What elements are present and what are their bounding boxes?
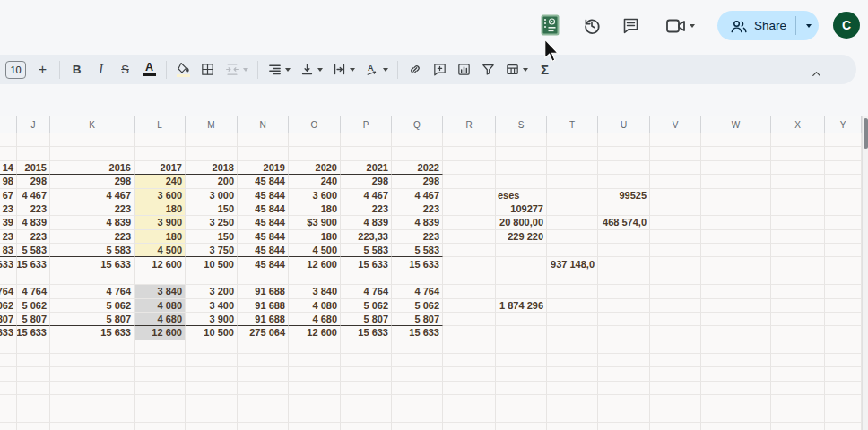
cell[interactable]: 5 807 xyxy=(341,313,392,326)
cell[interactable] xyxy=(547,175,598,188)
cell[interactable]: 223 xyxy=(50,202,135,216)
functions-button[interactable]: Σ xyxy=(537,58,552,82)
cell[interactable] xyxy=(771,313,825,326)
cell[interactable]: 180 xyxy=(135,202,186,216)
cell[interactable]: 5 807 xyxy=(392,313,443,326)
cell[interactable]: 23 xyxy=(0,230,17,244)
cell[interactable] xyxy=(701,257,771,271)
cell[interactable]: 2016 xyxy=(50,161,135,175)
cell[interactable] xyxy=(701,382,771,395)
cell[interactable] xyxy=(771,161,825,175)
cell[interactable] xyxy=(598,299,650,313)
cell[interactable] xyxy=(598,382,650,395)
cell[interactable] xyxy=(443,313,496,326)
cell[interactable]: 12 600 xyxy=(135,257,186,271)
cell[interactable] xyxy=(238,340,289,354)
cell[interactable] xyxy=(17,271,50,285)
text-color-button[interactable]: A xyxy=(142,58,157,82)
cell[interactable] xyxy=(135,409,186,423)
cell[interactable] xyxy=(547,409,598,423)
cell[interactable] xyxy=(186,340,238,354)
cell[interactable] xyxy=(598,161,650,175)
cell[interactable] xyxy=(825,395,862,408)
cell[interactable] xyxy=(825,147,862,160)
insert-comment-button[interactable] xyxy=(432,58,447,82)
cell[interactable] xyxy=(598,340,650,354)
cell[interactable] xyxy=(135,367,186,381)
cell[interactable] xyxy=(496,326,547,340)
cell[interactable]: 5 583 xyxy=(17,244,50,257)
cell[interactable]: 2021 xyxy=(341,161,392,175)
cell[interactable] xyxy=(0,382,17,395)
cell[interactable] xyxy=(50,271,135,285)
cell[interactable]: 4 839 xyxy=(17,216,50,229)
column-header[interactable]: V xyxy=(650,116,701,133)
cell[interactable] xyxy=(598,133,650,147)
cell[interactable] xyxy=(547,313,598,326)
cell[interactable]: 180 xyxy=(289,230,341,244)
cell[interactable] xyxy=(701,161,771,175)
column-header[interactable]: R xyxy=(443,116,496,133)
cell[interactable] xyxy=(650,257,701,271)
cell[interactable]: 15 633 xyxy=(50,326,135,340)
cell[interactable] xyxy=(443,133,496,147)
cell[interactable] xyxy=(17,395,50,408)
cell[interactable] xyxy=(289,133,341,147)
cell[interactable]: 4 839 xyxy=(341,216,392,229)
cell[interactable] xyxy=(771,354,825,367)
cell[interactable] xyxy=(0,367,17,381)
cell[interactable] xyxy=(238,395,289,408)
cell[interactable] xyxy=(771,175,825,188)
cell[interactable] xyxy=(701,147,771,160)
cell[interactable] xyxy=(825,133,862,147)
cell[interactable]: 3 000 xyxy=(186,189,238,202)
cell[interactable] xyxy=(392,367,443,381)
cell[interactable]: 240 xyxy=(289,175,341,188)
cell[interactable] xyxy=(135,423,186,430)
cell[interactable]: 4 467 xyxy=(341,189,392,202)
column-header[interactable]: Q xyxy=(392,116,443,133)
cell[interactable] xyxy=(341,409,392,423)
cell[interactable] xyxy=(289,354,341,367)
cell[interactable] xyxy=(650,161,701,175)
cell[interactable]: 3 200 xyxy=(186,285,238,298)
cell[interactable] xyxy=(238,271,289,285)
cell[interactable] xyxy=(650,340,701,354)
cell[interactable] xyxy=(135,354,186,367)
cell[interactable] xyxy=(238,133,289,147)
cell[interactable] xyxy=(547,423,598,430)
cell[interactable]: 4 680 xyxy=(289,313,341,326)
cell[interactable] xyxy=(186,409,238,423)
cell[interactable]: 3 250 xyxy=(186,216,238,229)
cell[interactable]: 4 764 xyxy=(50,285,135,298)
cell[interactable]: 98 xyxy=(0,175,17,188)
cell[interactable]: 298 xyxy=(341,175,392,188)
cell[interactable] xyxy=(701,326,771,340)
text-rotation-button[interactable]: A xyxy=(364,58,388,82)
text-wrap-caret[interactable] xyxy=(350,68,355,72)
cell[interactable] xyxy=(701,189,771,202)
cell[interactable] xyxy=(289,423,341,430)
cell[interactable] xyxy=(0,340,17,354)
cell[interactable]: 223 xyxy=(392,202,443,216)
cell[interactable]: 3 840 xyxy=(289,285,341,298)
cell[interactable] xyxy=(341,423,392,430)
cell[interactable]: 5 583 xyxy=(50,244,135,257)
cell[interactable] xyxy=(50,340,135,354)
cell[interactable]: 15 633 xyxy=(17,257,50,271)
cell[interactable] xyxy=(186,133,238,147)
cell[interactable] xyxy=(547,161,598,175)
cell[interactable]: 15 633 xyxy=(392,257,443,271)
cell[interactable] xyxy=(547,299,598,313)
cell[interactable] xyxy=(547,340,598,354)
cell[interactable] xyxy=(496,244,547,257)
cell[interactable]: 4 080 xyxy=(135,299,186,313)
cell[interactable] xyxy=(701,313,771,326)
cell[interactable]: 5 807 xyxy=(50,313,135,326)
share-button[interactable]: Share xyxy=(717,11,795,40)
cell[interactable]: 45 844 xyxy=(238,244,289,257)
cell[interactable]: 3 600 xyxy=(289,189,341,202)
cell[interactable]: 45 844 xyxy=(238,230,289,244)
cell[interactable] xyxy=(289,409,341,423)
cell[interactable]: 1 874 296 xyxy=(496,299,547,313)
